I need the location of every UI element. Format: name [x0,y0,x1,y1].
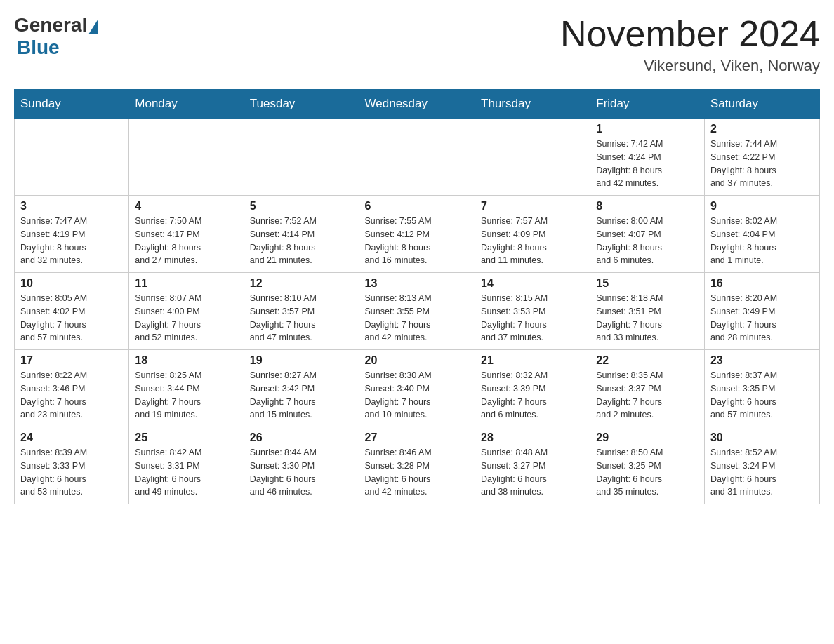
day-info: Sunrise: 8:15 AMSunset: 3:53 PMDaylight:… [481,292,584,344]
calendar-cell: 24Sunrise: 8:39 AMSunset: 3:33 PMDayligh… [15,427,129,504]
day-info: Sunrise: 7:50 AMSunset: 4:17 PMDaylight:… [135,215,237,267]
calendar-cell: 20Sunrise: 8:30 AMSunset: 3:40 PMDayligh… [359,350,475,427]
calendar-cell: 29Sunrise: 8:50 AMSunset: 3:25 PMDayligh… [590,427,705,504]
calendar-cell: 27Sunrise: 8:46 AMSunset: 3:28 PMDayligh… [359,427,475,504]
calendar-cell: 12Sunrise: 8:10 AMSunset: 3:57 PMDayligh… [244,273,359,350]
calendar-cell: 13Sunrise: 8:13 AMSunset: 3:55 PMDayligh… [359,273,475,350]
day-number: 24 [20,431,123,444]
day-number: 23 [710,354,814,367]
day-number: 20 [365,354,470,367]
day-number: 28 [481,431,584,444]
day-number: 1 [596,123,699,135]
calendar-cell: 17Sunrise: 8:22 AMSunset: 3:46 PMDayligh… [15,350,129,427]
day-info: Sunrise: 8:52 AMSunset: 3:24 PMDaylight:… [710,446,814,499]
calendar-cell [15,119,129,196]
day-info: Sunrise: 8:42 AMSunset: 3:31 PMDaylight:… [135,446,237,499]
calendar-cell [475,119,590,196]
day-info: Sunrise: 8:44 AMSunset: 3:30 PMDaylight:… [250,446,353,499]
calendar-cell: 2Sunrise: 7:44 AMSunset: 4:22 PMDaylight… [704,119,819,196]
logo-general-text: General [14,14,87,36]
day-info: Sunrise: 8:20 AMSunset: 3:49 PMDaylight:… [710,292,814,344]
day-number: 2 [710,123,814,135]
day-number: 13 [365,277,470,290]
day-number: 22 [596,354,699,367]
calendar-cell: 1Sunrise: 7:42 AMSunset: 4:24 PMDaylight… [590,119,705,196]
calendar-cell [244,119,359,196]
calendar-table: SundayMondayTuesdayWednesdayThursdayFrid… [14,89,820,504]
day-number: 19 [250,354,353,367]
day-info: Sunrise: 8:02 AMSunset: 4:04 PMDaylight:… [710,215,814,267]
weekday-header-sunday: Sunday [15,90,129,119]
calendar-cell: 16Sunrise: 8:20 AMSunset: 3:49 PMDayligh… [704,273,819,350]
day-info: Sunrise: 8:50 AMSunset: 3:25 PMDaylight:… [596,446,699,499]
day-info: Sunrise: 7:55 AMSunset: 4:12 PMDaylight:… [365,215,470,267]
day-number: 5 [250,200,353,213]
calendar-cell: 8Sunrise: 8:00 AMSunset: 4:07 PMDaylight… [590,196,705,273]
calendar-cell: 25Sunrise: 8:42 AMSunset: 3:31 PMDayligh… [129,427,244,504]
calendar-cell: 18Sunrise: 8:25 AMSunset: 3:44 PMDayligh… [129,350,244,427]
day-info: Sunrise: 7:44 AMSunset: 4:22 PMDaylight:… [710,137,814,190]
calendar-cell: 5Sunrise: 7:52 AMSunset: 4:14 PMDaylight… [244,196,359,273]
week-row-3: 10Sunrise: 8:05 AMSunset: 4:02 PMDayligh… [15,273,820,350]
day-number: 21 [481,354,584,367]
weekday-header-wednesday: Wednesday [359,90,475,119]
day-number: 25 [135,431,237,444]
day-number: 10 [20,277,123,290]
weekday-header-saturday: Saturday [704,90,819,119]
month-title: November 2024 [560,14,820,54]
day-info: Sunrise: 7:42 AMSunset: 4:24 PMDaylight:… [596,137,699,190]
calendar-cell: 9Sunrise: 8:02 AMSunset: 4:04 PMDaylight… [704,196,819,273]
calendar-cell: 15Sunrise: 8:18 AMSunset: 3:51 PMDayligh… [590,273,705,350]
week-row-1: 1Sunrise: 7:42 AMSunset: 4:24 PMDaylight… [15,119,820,196]
day-info: Sunrise: 8:35 AMSunset: 3:37 PMDaylight:… [596,369,699,422]
day-number: 15 [596,277,699,290]
weekday-header-row: SundayMondayTuesdayWednesdayThursdayFrid… [15,90,820,119]
calendar-cell: 4Sunrise: 7:50 AMSunset: 4:17 PMDaylight… [129,196,244,273]
calendar-cell: 7Sunrise: 7:57 AMSunset: 4:09 PMDaylight… [475,196,590,273]
weekday-header-tuesday: Tuesday [244,90,359,119]
day-number: 6 [365,200,470,213]
week-row-4: 17Sunrise: 8:22 AMSunset: 3:46 PMDayligh… [15,350,820,427]
day-info: Sunrise: 8:22 AMSunset: 3:46 PMDaylight:… [20,369,123,422]
day-info: Sunrise: 8:32 AMSunset: 3:39 PMDaylight:… [481,369,584,422]
day-number: 7 [481,200,584,213]
location-subtitle: Vikersund, Viken, Norway [560,57,820,75]
day-info: Sunrise: 7:47 AMSunset: 4:19 PMDaylight:… [20,215,123,267]
day-number: 11 [135,277,237,290]
week-row-5: 24Sunrise: 8:39 AMSunset: 3:33 PMDayligh… [15,427,820,504]
day-number: 3 [20,200,123,213]
calendar-cell: 11Sunrise: 8:07 AMSunset: 4:00 PMDayligh… [129,273,244,350]
calendar-cell: 22Sunrise: 8:35 AMSunset: 3:37 PMDayligh… [590,350,705,427]
day-number: 16 [710,277,814,290]
day-number: 14 [481,277,584,290]
calendar-cell: 3Sunrise: 7:47 AMSunset: 4:19 PMDaylight… [15,196,129,273]
day-info: Sunrise: 8:37 AMSunset: 3:35 PMDaylight:… [710,369,814,422]
calendar-cell: 19Sunrise: 8:27 AMSunset: 3:42 PMDayligh… [244,350,359,427]
day-number: 26 [250,431,353,444]
title-block: November 2024 Vikersund, Viken, Norway [560,14,820,75]
day-number: 8 [596,200,699,213]
day-info: Sunrise: 8:10 AMSunset: 3:57 PMDaylight:… [250,292,353,344]
day-number: 9 [710,200,814,213]
day-info: Sunrise: 8:05 AMSunset: 4:02 PMDaylight:… [20,292,123,344]
day-info: Sunrise: 8:13 AMSunset: 3:55 PMDaylight:… [365,292,470,344]
calendar-cell: 30Sunrise: 8:52 AMSunset: 3:24 PMDayligh… [704,427,819,504]
calendar-cell: 26Sunrise: 8:44 AMSunset: 3:30 PMDayligh… [244,427,359,504]
calendar-cell: 21Sunrise: 8:32 AMSunset: 3:39 PMDayligh… [475,350,590,427]
calendar-cell [359,119,475,196]
day-info: Sunrise: 8:25 AMSunset: 3:44 PMDaylight:… [135,369,237,422]
day-info: Sunrise: 7:52 AMSunset: 4:14 PMDaylight:… [250,215,353,267]
day-info: Sunrise: 8:48 AMSunset: 3:27 PMDaylight:… [481,446,584,499]
day-number: 12 [250,277,353,290]
logo: General Blue [14,14,100,59]
weekday-header-thursday: Thursday [475,90,590,119]
day-number: 17 [20,354,123,367]
day-info: Sunrise: 8:39 AMSunset: 3:33 PMDaylight:… [20,446,123,499]
calendar-cell: 23Sunrise: 8:37 AMSunset: 3:35 PMDayligh… [704,350,819,427]
day-number: 4 [135,200,237,213]
day-info: Sunrise: 8:00 AMSunset: 4:07 PMDaylight:… [596,215,699,267]
day-number: 30 [710,431,814,444]
day-number: 18 [135,354,237,367]
weekday-header-monday: Monday [129,90,244,119]
day-info: Sunrise: 8:27 AMSunset: 3:42 PMDaylight:… [250,369,353,422]
